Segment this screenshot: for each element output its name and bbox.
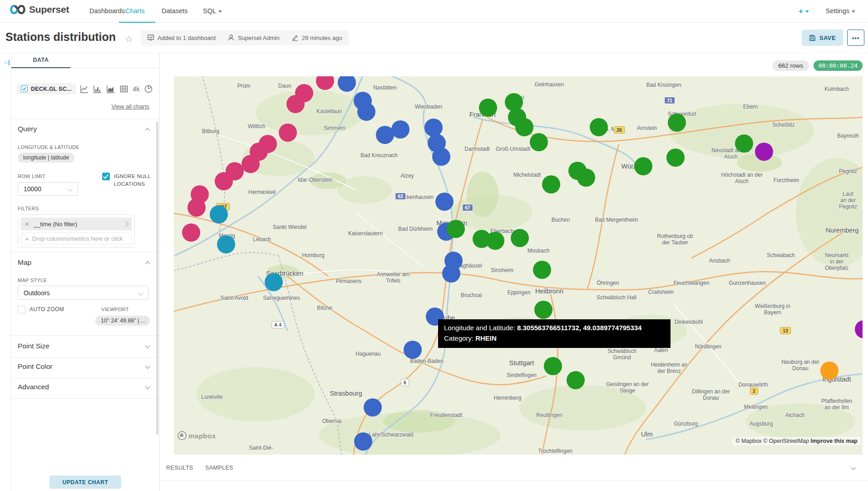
map-attribution[interactable]: © Mapbox © OpenStreetMap Improve this ma… bbox=[732, 437, 861, 445]
query-section-title[interactable]: Query bbox=[18, 125, 37, 133]
section-advanced[interactable]: Advanced bbox=[18, 383, 49, 391]
map-data-point[interactable] bbox=[182, 223, 200, 242]
map-data-point[interactable] bbox=[242, 155, 260, 173]
map-data-point[interactable] bbox=[530, 133, 548, 151]
new-item-button[interactable]: + bbox=[799, 7, 809, 16]
map-style-select[interactable]: Outdoors bbox=[18, 286, 148, 300]
ignore-null-label: IGNORE NULL LOCATIONS bbox=[114, 173, 156, 188]
pencil-icon bbox=[291, 34, 299, 41]
checked-checkbox-icon[interactable] bbox=[102, 173, 110, 180]
last-modified-badge[interactable]: 29 minutes ago bbox=[291, 34, 342, 41]
map-data-point[interactable] bbox=[354, 432, 372, 451]
save-button[interactable]: SAVE bbox=[802, 30, 843, 46]
drop-columns-zone[interactable]: + Drop columns/metrics here or click bbox=[21, 233, 132, 244]
divider bbox=[11, 357, 159, 358]
pie-chart-icon[interactable] bbox=[144, 84, 153, 94]
viz-4k-option[interactable]: 4k bbox=[133, 85, 140, 93]
ignore-null-control[interactable]: IGNORE NULL LOCATIONS bbox=[102, 173, 156, 188]
map-data-point[interactable] bbox=[279, 124, 297, 142]
nav-dashboards[interactable]: Dashboards bbox=[89, 7, 125, 15]
mapbox-logo[interactable]: mapbox bbox=[178, 431, 216, 440]
query-timer-badge: 00:00:00.24 bbox=[814, 60, 863, 71]
row-count-badge: 662 rows bbox=[772, 60, 809, 71]
lonlat-value-pill[interactable]: longitude | latitude bbox=[18, 153, 74, 163]
tab-samples[interactable]: SAMPLES bbox=[205, 465, 233, 471]
nav-charts[interactable]: Charts bbox=[125, 7, 145, 15]
map-data-point[interactable] bbox=[447, 220, 465, 238]
collapse-query-icon[interactable] bbox=[145, 128, 150, 133]
map-data-point[interactable] bbox=[634, 157, 652, 175]
mapbox-icon bbox=[178, 431, 187, 440]
map-data-point[interactable] bbox=[820, 362, 838, 380]
expand-point-size-icon[interactable] bbox=[145, 343, 150, 348]
collapse-map-icon[interactable] bbox=[145, 261, 150, 266]
map-data-point[interactable] bbox=[357, 103, 375, 121]
map-data-point[interactable] bbox=[210, 205, 228, 223]
map-data-point[interactable] bbox=[544, 357, 562, 375]
nav-datasets[interactable]: Datasets bbox=[162, 7, 187, 15]
map-data-point[interactable] bbox=[479, 99, 497, 117]
remove-filter-icon[interactable]: ✕ bbox=[25, 221, 30, 228]
map-data-point[interactable] bbox=[567, 371, 585, 389]
collapse-results-icon[interactable] bbox=[851, 465, 856, 470]
map-data-point[interactable] bbox=[215, 172, 233, 190]
tab-data[interactable]: DATA bbox=[11, 53, 70, 68]
map-data-point[interactable] bbox=[534, 301, 552, 319]
road-shield-label: 2 bbox=[750, 387, 758, 395]
bar-chart-icon[interactable] bbox=[93, 84, 102, 94]
dashboard-count-badge[interactable]: Added to 1 dashboard bbox=[147, 34, 216, 41]
map-data-point[interactable] bbox=[364, 398, 382, 417]
section-point-size[interactable]: Point Size bbox=[18, 342, 49, 350]
map-data-point[interactable] bbox=[515, 118, 533, 136]
filter-item[interactable]: ✕ __time (No filter) bbox=[21, 218, 132, 230]
map-data-point[interactable] bbox=[432, 148, 450, 166]
viz-type-selected[interactable]: DECK.GL SC... bbox=[17, 83, 76, 94]
viewport-value-pill[interactable]: 10° 24' 49.86" | ... bbox=[95, 316, 150, 326]
chevron-down-icon bbox=[68, 186, 73, 191]
map-data-point[interactable] bbox=[404, 341, 422, 359]
more-options-button[interactable]: ••• bbox=[847, 30, 864, 46]
update-chart-button[interactable]: UPDATE CHART bbox=[49, 476, 121, 489]
map-data-point[interactable] bbox=[511, 229, 529, 247]
map-data-point[interactable] bbox=[187, 198, 206, 217]
map-data-point[interactable] bbox=[265, 273, 283, 291]
auto-zoom-control[interactable]: AUTO ZOOM bbox=[18, 306, 64, 313]
map-section-title[interactable]: Map bbox=[18, 258, 31, 267]
view-all-charts-link[interactable]: View all charts bbox=[111, 103, 149, 110]
superset-logo[interactable]: Superset bbox=[10, 4, 69, 15]
collapse-panel-icon[interactable]: →| bbox=[2, 59, 10, 65]
deckgl-map[interactable]: PrümDaunNastättenGelnhausenBad Kissingen… bbox=[174, 76, 863, 455]
map-data-point[interactable] bbox=[435, 193, 454, 211]
owner-badge[interactable]: Superset Admin bbox=[227, 34, 280, 41]
map-data-point[interactable] bbox=[391, 120, 409, 139]
caret-down-icon bbox=[218, 10, 222, 13]
favorite-star-icon[interactable]: ☆ bbox=[125, 34, 133, 45]
tab-results[interactable]: RESULTS bbox=[166, 465, 193, 471]
map-data-point[interactable] bbox=[735, 134, 753, 153]
map-data-point[interactable] bbox=[590, 118, 608, 136]
panel-scrollbar[interactable] bbox=[156, 121, 158, 435]
map-data-point[interactable] bbox=[755, 143, 773, 161]
unchecked-checkbox-icon[interactable] bbox=[18, 306, 25, 313]
map-data-point[interactable] bbox=[486, 232, 504, 250]
expand-point-color-icon[interactable] bbox=[145, 363, 150, 368]
table-icon[interactable] bbox=[119, 84, 128, 94]
row-limit-select[interactable]: 10000 bbox=[18, 182, 78, 196]
area-chart-icon[interactable] bbox=[106, 84, 115, 94]
section-point-color[interactable]: Point Color bbox=[18, 362, 53, 371]
nav-sql[interactable]: SQL bbox=[203, 7, 222, 15]
filters-label: FILTERS bbox=[18, 206, 39, 211]
map-data-point[interactable] bbox=[577, 169, 595, 187]
row-limit-label: ROW LIMIT bbox=[18, 174, 45, 179]
expand-advanced-icon[interactable] bbox=[145, 384, 150, 389]
map-data-point[interactable] bbox=[668, 114, 686, 132]
map-data-point[interactable] bbox=[286, 95, 305, 113]
line-chart-icon[interactable] bbox=[80, 84, 89, 94]
settings-menu[interactable]: Settings bbox=[826, 7, 855, 15]
map-data-point[interactable] bbox=[533, 261, 551, 279]
filters-container: ✕ __time (No filter) + Drop columns/metr… bbox=[18, 214, 135, 248]
map-data-point[interactable] bbox=[217, 235, 235, 253]
map-data-point[interactable] bbox=[442, 264, 460, 283]
map-data-point[interactable] bbox=[666, 149, 685, 167]
map-data-point[interactable] bbox=[542, 175, 560, 193]
